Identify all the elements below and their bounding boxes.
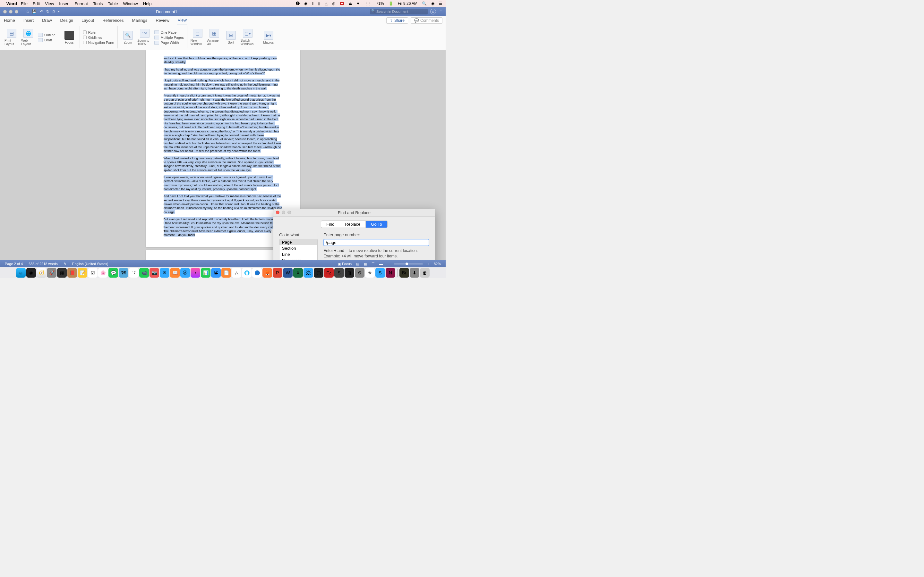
draft-button[interactable]: Draft [38, 38, 55, 42]
multiple-pages-button[interactable]: Multiple Pages [154, 35, 184, 39]
dock-firefox[interactable]: 🦊 [262, 268, 272, 277]
page-indicator[interactable]: Page 2 of 4 [5, 262, 23, 266]
menu-window[interactable]: Window [123, 1, 137, 6]
viber-icon[interactable]: ◉ [304, 1, 307, 6]
view-outline-icon[interactable]: ☰ [372, 262, 375, 266]
battery-percent[interactable]: 71% [376, 1, 384, 6]
dock-launchpad[interactable]: 🚀 [47, 268, 57, 277]
dock-contacts[interactable]: 📕 [67, 268, 77, 277]
tab-mailings[interactable]: Mailings [132, 17, 148, 24]
document-text[interactable]: and so I knew that he could not see the … [164, 56, 277, 64]
dock-sublime[interactable]: S [334, 268, 344, 277]
dock-appstore[interactable]: Ⓐ [180, 268, 190, 277]
dock-siri[interactable]: ◉ [26, 268, 36, 277]
dock-excel[interactable]: X [293, 268, 303, 277]
document-text[interactable]: It was open --wide, wide open --and I gr… [164, 175, 279, 191]
siri-icon[interactable]: ◉ [431, 1, 435, 6]
web-layout-button[interactable]: 🌐Web Layout [21, 29, 35, 46]
zoom-in-icon[interactable]: + [427, 262, 429, 266]
close-icon[interactable] [276, 211, 279, 214]
page-number-input[interactable] [323, 239, 429, 246]
dock-facetime[interactable]: 📹 [139, 268, 149, 277]
notification-center-icon[interactable]: ☰ [439, 1, 443, 6]
dock-keynote[interactable]: 📽 [211, 268, 221, 277]
dock-downloads[interactable]: ⬇ [410, 268, 419, 277]
menu-view[interactable]: View [45, 1, 54, 6]
list-item-page[interactable]: Page [279, 239, 317, 245]
tab-layout[interactable]: Layout [81, 17, 95, 24]
word-count[interactable]: 636 of 2218 words [29, 262, 58, 266]
dock-sysprefs[interactable]: ⚙ [355, 268, 365, 277]
bluetooth-icon[interactable]: ✱ [357, 1, 360, 6]
dialog-window-controls[interactable] [276, 211, 291, 214]
dock-notes[interactable]: 📝 [78, 268, 87, 277]
dock-messages[interactable]: 💬 [108, 268, 118, 277]
menu-tools[interactable]: Tools [93, 1, 103, 6]
clock[interactable]: Fri 9:26 AM [398, 1, 417, 6]
airplay-icon[interactable]: ⏏ [349, 1, 352, 6]
dock-filezilla[interactable]: Fz [324, 268, 334, 277]
drive-icon[interactable]: △ [325, 1, 328, 6]
spellcheck-icon[interactable]: ✎ [63, 262, 66, 266]
menu-edit[interactable]: Edit [33, 1, 40, 6]
redo-icon[interactable]: ↻ [46, 9, 49, 14]
dock-safari[interactable]: 🧭 [37, 268, 46, 277]
dock-photos[interactable]: 🌸 [98, 268, 108, 277]
menu-table[interactable]: Table [108, 1, 118, 6]
dock-calendar[interactable]: 17 [129, 268, 139, 277]
dock-mission[interactable]: ▦ [57, 268, 67, 277]
comments-button[interactable]: 💬Comments [411, 17, 443, 24]
document-text[interactable]: But even yet I refrained and kept still.… [164, 218, 281, 237]
dock-word[interactable]: W [283, 268, 292, 277]
zoom-slider[interactable] [394, 263, 423, 264]
page-width-button[interactable]: Page Width [154, 41, 184, 45]
split-button[interactable]: ⊟Split [224, 31, 238, 44]
dialog-titlebar[interactable]: Find and Replace [273, 209, 435, 217]
wifi-icon[interactable]: ⋮⋮ [364, 1, 372, 6]
dock-pycharm[interactable]: ◨ [344, 268, 354, 277]
dock-photobooth[interactable]: 📷 [150, 268, 159, 277]
list-item-bookmark[interactable]: Bookmark [279, 258, 317, 260]
user-account-icon[interactable]: ☺ [430, 9, 436, 15]
tab-replace[interactable]: Replace [340, 221, 366, 227]
dock-trash[interactable]: 🗑 [420, 268, 430, 277]
window-controls[interactable] [3, 10, 18, 13]
tab-references[interactable]: References [102, 17, 124, 24]
menu-format[interactable]: Format [75, 1, 88, 6]
print-icon[interactable]: ⎙ [53, 9, 55, 14]
list-item-line[interactable]: Line [279, 251, 317, 258]
tab-goto[interactable]: Go To [366, 221, 387, 227]
ruler-checkbox[interactable]: Ruler [83, 31, 114, 34]
zoom-100-button[interactable]: 100Zoom to 100% [137, 29, 152, 46]
tab-insert[interactable]: Insert [23, 17, 35, 24]
document-text[interactable]: I had my head in, and was about to open … [164, 68, 280, 75]
qat-dropdown-icon[interactable]: ▾ [58, 10, 60, 13]
dock-chrome2[interactable]: 🔵 [252, 268, 262, 277]
status-icon[interactable]: ▮ [318, 1, 320, 6]
dock-maps[interactable]: 🗺 [119, 268, 128, 277]
menu-insert[interactable]: Insert [59, 1, 69, 6]
tab-home[interactable]: Home [3, 17, 16, 24]
zoom-out-icon[interactable]: − [387, 262, 389, 266]
view-web-icon[interactable]: ▦ [364, 262, 367, 266]
dock-finder[interactable]: ☺ [16, 268, 26, 277]
switch-windows-button[interactable]: ▢▾Switch Windows [241, 29, 255, 46]
document-text[interactable]: When I had waited a long time, very pati… [164, 156, 281, 172]
outline-button[interactable]: Outline [38, 33, 55, 37]
skype-icon[interactable]: 🅢 [296, 1, 300, 6]
tab-draw[interactable]: Draw [41, 17, 52, 24]
dock-powerpoint[interactable]: P [273, 268, 282, 277]
one-page-button[interactable]: One Page [154, 31, 184, 34]
list-item-section[interactable]: Section [279, 245, 317, 251]
cc-icon[interactable]: ◎ [332, 1, 335, 6]
dock-ibooks[interactable]: 📖 [170, 268, 180, 277]
dock-slack[interactable]: ※ [365, 268, 375, 277]
tab-find[interactable]: Find [321, 221, 340, 227]
tab-view[interactable]: View [177, 16, 187, 24]
gridlines-checkbox[interactable]: Gridlines [83, 35, 114, 39]
app-menu[interactable]: Word [6, 1, 17, 6]
print-layout-button[interactable]: ▤Print Layout [5, 29, 19, 46]
document-text[interactable]: Presently I heard a slight groan, and I … [164, 93, 282, 153]
menu-file[interactable]: File [21, 1, 27, 6]
arrange-all-button[interactable]: ▦Arrange All [207, 29, 221, 46]
